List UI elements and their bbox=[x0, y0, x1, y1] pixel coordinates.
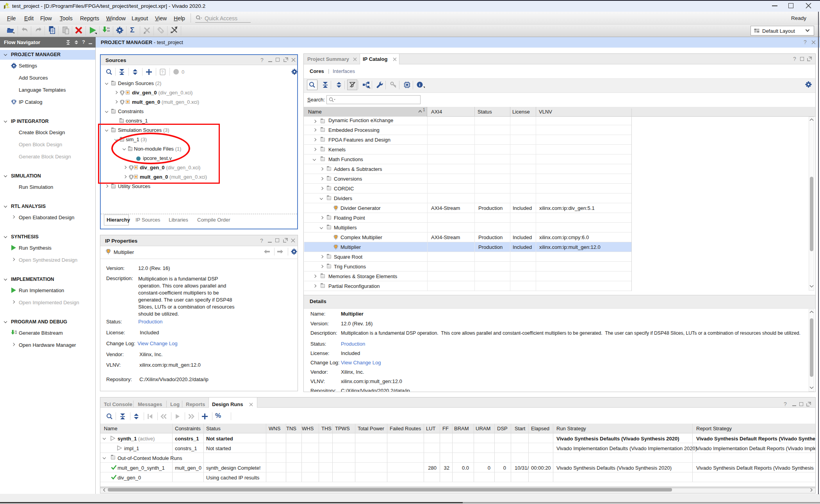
svg-text:10: 10 bbox=[107, 30, 110, 32]
svg-text:?: ? bbox=[161, 70, 164, 75]
svg-text:10: 10 bbox=[15, 332, 17, 334]
svg-text:01: 01 bbox=[15, 330, 17, 332]
svg-text:i: i bbox=[419, 82, 420, 87]
svg-text:01: 01 bbox=[107, 27, 110, 30]
